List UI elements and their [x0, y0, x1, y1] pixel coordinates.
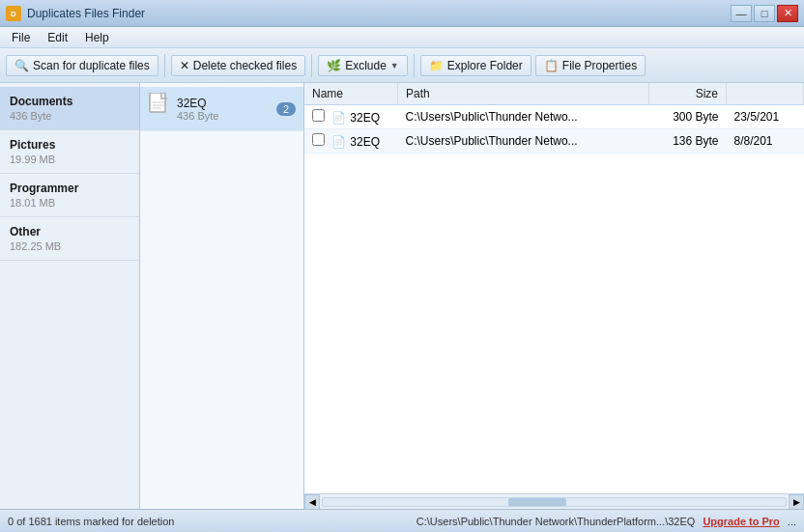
file-properties-button[interactable]: 📋 File Properties [535, 55, 646, 76]
status-items-count: 0 of 1681 items marked for deletion [8, 516, 174, 527]
category-item-other[interactable]: Other 182.25 MB [0, 217, 139, 261]
file-group-icon [148, 93, 171, 125]
scroll-right-button[interactable]: ▶ [789, 494, 804, 510]
table-row: 📄32EQC:\Users\Public\Thunder Netwo...136… [304, 129, 804, 154]
upgrade-link[interactable]: Upgrade to Pro [703, 516, 779, 527]
minimize-button[interactable]: — [731, 5, 752, 22]
explore-icon: 📁 [429, 59, 444, 72]
category-size-pictures: 19.99 MB [10, 154, 129, 165]
category-item-programmer[interactable]: Programmer 18.01 MB [0, 174, 139, 217]
category-name-documents: Documents [10, 95, 129, 108]
table-header-row: Name Path Size [304, 83, 804, 105]
col-header-path[interactable]: Path [398, 83, 649, 105]
scroll-left-button[interactable]: ◀ [304, 494, 320, 510]
scan-button[interactable]: 🔍 Scan for duplicate files [6, 55, 158, 76]
exclude-label: Exclude [345, 59, 387, 72]
toolbar-separator-3 [414, 54, 415, 77]
menu-bar: File Edit Help [0, 27, 804, 48]
table-cell-name: 📄32EQ [304, 129, 398, 154]
col-header-date[interactable] [727, 83, 804, 105]
table-scroll[interactable]: Name Path Size 📄32EQC:\Users\Public\Thun… [304, 83, 804, 493]
category-size-other: 182.25 MB [10, 240, 129, 252]
menu-file[interactable]: File [4, 29, 38, 46]
file-group-name: 32EQ [177, 97, 271, 110]
details-panel: Name Path Size 📄32EQC:\Users\Public\Thun… [304, 83, 804, 509]
table-row: 📄32EQC:\Users\Public\Thunder Netwo...300… [304, 105, 804, 129]
col-header-size[interactable]: Size [649, 83, 727, 105]
title-bar: D Duplicates Files Finder — □ ✕ [0, 0, 804, 27]
status-dots: ... [788, 516, 796, 527]
table-cell-date: 23/5/201 [727, 105, 804, 129]
details-table: Name Path Size 📄32EQC:\Users\Public\Thun… [304, 83, 804, 154]
app-icon: D [6, 6, 21, 21]
maximize-button[interactable]: □ [754, 5, 775, 22]
properties-label: File Properties [562, 59, 637, 72]
exclude-dropdown-arrow: ▼ [390, 61, 399, 70]
horizontal-scrollbar[interactable]: ◀ ▶ [304, 493, 804, 509]
file-groups-panel: 32EQ 436 Byte 2 [140, 83, 304, 509]
row-checkbox[interactable] [312, 133, 325, 146]
delete-label: Delete checked files [193, 59, 297, 72]
title-text: Duplicates Files Finder [27, 7, 145, 20]
svg-text:D: D [11, 10, 16, 18]
category-name-programmer: Programmer [10, 182, 129, 195]
row-checkbox[interactable] [312, 109, 325, 122]
scroll-track[interactable] [322, 497, 787, 507]
table-cell-size: 300 Byte [649, 105, 727, 129]
toolbar: 🔍 Scan for duplicate files ✕ Delete chec… [0, 48, 804, 83]
table-cell-path: C:\Users\Public\Thunder Netwo... [398, 129, 649, 154]
main-content: Documents 436 Byte Pictures 19.99 MB Pro… [0, 83, 804, 509]
menu-edit[interactable]: Edit [40, 29, 75, 46]
delete-icon: ✕ [180, 59, 189, 72]
table-cell-size: 136 Byte [649, 129, 727, 154]
table-cell-path: C:\Users\Public\Thunder Netwo... [398, 105, 649, 129]
category-size-programmer: 18.01 MB [10, 197, 129, 209]
scroll-thumb[interactable] [508, 498, 566, 506]
file-group-info: 32EQ 436 Byte [177, 97, 271, 122]
table-body: 📄32EQC:\Users\Public\Thunder Netwo...300… [304, 105, 804, 154]
category-size-documents: 436 Byte [10, 110, 129, 122]
table-cell-date: 8/8/201 [727, 129, 804, 154]
exclude-icon: 🌿 [327, 59, 341, 72]
file-group-item[interactable]: 32EQ 436 Byte 2 [140, 87, 303, 131]
file-group-size: 436 Byte [177, 110, 271, 122]
delete-button[interactable]: ✕ Delete checked files [171, 55, 305, 76]
toolbar-separator-1 [164, 54, 165, 77]
categories-panel: Documents 436 Byte Pictures 19.99 MB Pro… [0, 83, 140, 509]
toolbar-separator-2 [311, 54, 312, 77]
exclude-button[interactable]: 🌿 Exclude ▼ [318, 55, 408, 76]
table-cell-name: 📄32EQ [304, 105, 398, 129]
status-path: C:\Users\Public\Thunder Network\ThunderP… [416, 516, 696, 527]
title-bar-left: D Duplicates Files Finder [6, 6, 145, 21]
menu-help[interactable]: Help [77, 29, 117, 46]
status-bar: 0 of 1681 items marked for deletion C:\U… [0, 509, 804, 532]
scan-label: Scan for duplicate files [33, 59, 150, 72]
category-item-documents[interactable]: Documents 436 Byte [0, 87, 139, 130]
file-count-badge: 2 [276, 102, 296, 116]
scan-icon: 🔍 [14, 59, 29, 72]
properties-icon: 📋 [544, 59, 559, 72]
category-item-pictures[interactable]: Pictures 19.99 MB [0, 130, 139, 174]
category-name-other: Other [10, 225, 129, 238]
category-name-pictures: Pictures [10, 138, 129, 152]
explore-folder-button[interactable]: 📁 Explore Folder [420, 55, 531, 76]
title-controls: — □ ✕ [731, 5, 798, 22]
explore-label: Explore Folder [447, 59, 523, 72]
status-bar-right: C:\Users\Public\Thunder Network\ThunderP… [416, 516, 796, 527]
close-button[interactable]: ✕ [777, 5, 798, 22]
col-header-name[interactable]: Name [304, 83, 398, 105]
